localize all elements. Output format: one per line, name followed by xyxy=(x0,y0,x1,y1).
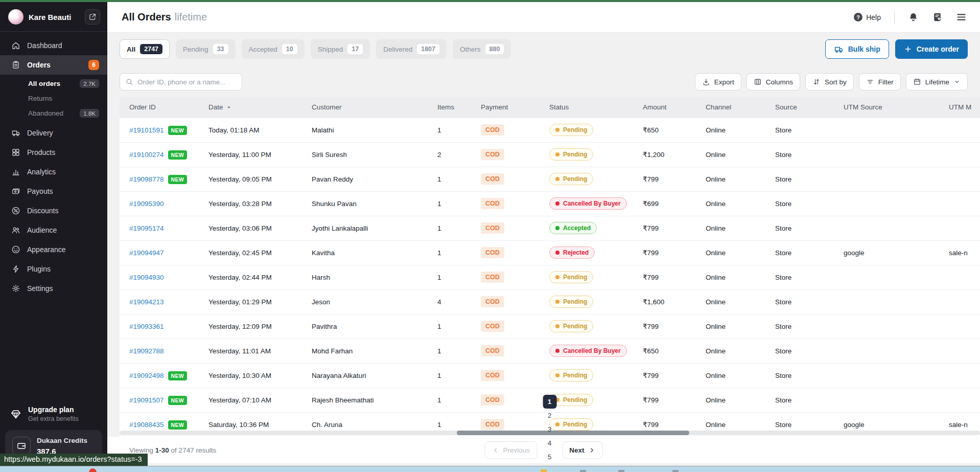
sidebar-item-label: Discounts xyxy=(27,207,58,215)
order-id-link[interactable]: #19098778 xyxy=(129,175,164,183)
bulk-ship-button[interactable]: Bulk ship xyxy=(825,39,889,59)
order-row[interactable]: #19094213Yesterday, 01:29 PMJeson4CODPen… xyxy=(120,289,980,314)
order-row[interactable]: #19095390Yesterday, 03:28 PMShunku Pavan… xyxy=(120,191,980,216)
sidebar-subitem-all-orders[interactable]: All orders2.7K xyxy=(0,76,107,91)
search-input[interactable] xyxy=(137,78,237,86)
column-header-customer: Customer xyxy=(312,97,437,118)
sort-by-button[interactable]: Sort by xyxy=(805,73,854,91)
columns-button[interactable]: Columns xyxy=(746,73,800,91)
sidebar-item-appearance[interactable]: Appearance xyxy=(0,240,107,259)
sidebar-item-dashboard[interactable]: Dashboard xyxy=(0,36,107,55)
order-row[interactable]: #19092498NEWYesterday, 10:30 AMNarayana … xyxy=(120,363,980,388)
order-id-link[interactable]: #19095390 xyxy=(129,200,164,208)
tab-shipped[interactable]: Shipped17 xyxy=(311,39,370,59)
sidebar-item-orders[interactable]: Orders6 xyxy=(0,55,107,75)
order-date: Today, 01:18 AM xyxy=(208,118,312,142)
tab-pending[interactable]: Pending33 xyxy=(176,39,235,59)
order-id-link[interactable]: #19094213 xyxy=(129,298,164,306)
new-badge: NEW xyxy=(168,396,187,405)
hamburger-menu-icon[interactable] xyxy=(956,12,967,23)
order-id-link[interactable]: #19100274 xyxy=(129,151,164,159)
order-id-link[interactable]: #19101591 xyxy=(129,126,164,134)
order-amount: ₹699 xyxy=(643,191,706,216)
order-amount: ₹799 xyxy=(643,167,706,191)
sidebar-item-payouts[interactable]: Payouts xyxy=(0,182,107,201)
help-button[interactable]: ? Help xyxy=(854,13,881,21)
sidebar-item-plugins[interactable]: Plugins xyxy=(0,259,107,279)
order-utm-source xyxy=(844,191,949,216)
store-header[interactable]: Kare Beauti xyxy=(0,2,107,31)
sidebar-item-delivery[interactable]: Delivery xyxy=(0,123,107,143)
order-id-link[interactable]: #19094930 xyxy=(129,274,164,281)
order-date: Yesterday, 11:01 AM xyxy=(208,339,312,363)
order-id-link[interactable]: #19095174 xyxy=(129,224,164,232)
toolbar-button-label: Sort by xyxy=(825,78,847,86)
order-utm-source xyxy=(844,142,949,167)
order-customer: Pavithra xyxy=(312,314,437,339)
sidebar-item-audience[interactable]: Audience xyxy=(0,220,107,240)
sidebar-item-discounts[interactable]: Discounts xyxy=(0,201,107,220)
create-order-button[interactable]: Create order xyxy=(895,39,968,59)
sidebar-item-analytics[interactable]: Analytics xyxy=(0,162,107,182)
order-id-link[interactable]: #19094947 xyxy=(129,249,164,257)
order-row[interactable]: #19093361Yesterday, 12:09 PMPavithra1COD… xyxy=(120,314,980,339)
order-amount: ₹799 xyxy=(643,216,706,240)
order-row[interactable]: #19095174Yesterday, 03:06 PMJyothi Lanka… xyxy=(120,216,980,240)
tab-accepted[interactable]: Accepted10 xyxy=(242,39,305,59)
order-source: Store xyxy=(775,314,844,339)
order-channel: Online xyxy=(706,314,775,339)
status-dot-icon xyxy=(555,349,559,353)
analytics-icon xyxy=(11,167,20,176)
sidebar-subitem-abandoned[interactable]: Abandoned1.8K xyxy=(0,106,107,121)
sidebar-item-settings[interactable]: Settings xyxy=(0,279,107,298)
tab-others[interactable]: Others880 xyxy=(453,39,511,59)
next-page-button[interactable]: Next xyxy=(562,441,602,459)
page-number-4[interactable]: 4 xyxy=(543,436,556,450)
order-utm-medium xyxy=(949,191,980,216)
status-pill: Rejected xyxy=(549,246,595,259)
sidebar-item-products[interactable]: Products xyxy=(0,143,107,162)
order-row[interactable]: #19092788Yesterday, 11:01 AMMohd Farhan1… xyxy=(120,339,980,363)
tab-count-badge: 17 xyxy=(347,44,363,54)
upgrade-plan[interactable]: Upgrade plan Get extra benefits xyxy=(0,400,107,430)
sidebar-item-label: Dashboard xyxy=(27,41,62,50)
page-number-1[interactable]: 1 xyxy=(543,395,556,409)
order-row[interactable]: #19100274NEWYesterday, 11:00 PMSirli Sur… xyxy=(120,142,980,167)
page-number-5[interactable]: 5 xyxy=(543,450,556,464)
notifications-bell-icon[interactable] xyxy=(908,12,919,23)
order-source: Store xyxy=(775,240,844,265)
export-button[interactable]: Export xyxy=(695,73,741,91)
order-row[interactable]: #19094947Yesterday, 02:45 PMKavitha1CODR… xyxy=(120,240,980,265)
tab-label: Delivered xyxy=(383,46,412,53)
help-label: Help xyxy=(866,13,881,21)
column-header-items: Items xyxy=(437,97,481,118)
credits-title: Dukaan Credits xyxy=(37,437,87,444)
report-download-icon[interactable] xyxy=(932,12,943,23)
page-number-3[interactable]: 3 xyxy=(543,422,556,436)
open-store-button[interactable] xyxy=(85,9,100,25)
payouts-icon xyxy=(11,187,20,196)
previous-page-button[interactable]: Previous xyxy=(485,441,538,459)
order-date: Yesterday, 11:00 PM xyxy=(208,142,312,167)
filter-button[interactable]: Filter xyxy=(859,73,901,91)
page-number-2[interactable]: 2 xyxy=(543,409,556,422)
order-channel: Online xyxy=(706,191,775,216)
lifetime-button[interactable]: Lifetime xyxy=(906,73,968,91)
tab-all[interactable]: All2747 xyxy=(120,39,170,59)
order-id-link[interactable]: #19092498 xyxy=(129,372,164,379)
column-header-date[interactable]: Date xyxy=(208,97,312,118)
order-row[interactable]: #19101591NEWToday, 01:18 AMMalathi1CODPe… xyxy=(120,118,980,142)
order-id-link[interactable]: #19093361 xyxy=(129,323,164,330)
sidebar-subitem-returns[interactable]: Returns xyxy=(0,91,107,106)
taskbar-icon-partial xyxy=(618,470,624,472)
order-id-link[interactable]: #19088435 xyxy=(129,421,164,429)
order-row[interactable]: #19094930Yesterday, 02:44 PMHarsh1CODPen… xyxy=(120,265,980,289)
order-id-link[interactable]: #19092788 xyxy=(129,347,164,355)
content-area: All2747Pending33Accepted10Shipped17Deliv… xyxy=(107,33,980,472)
order-date: Yesterday, 07:10 AM xyxy=(208,388,312,412)
order-utm-source xyxy=(844,339,949,363)
order-source: Store xyxy=(775,118,844,142)
tab-delivered[interactable]: Delivered1807 xyxy=(376,39,447,59)
order-id-link[interactable]: #19091507 xyxy=(129,396,164,404)
order-row[interactable]: #19098778NEWYesterday, 09:05 PMPavan Red… xyxy=(120,167,980,191)
